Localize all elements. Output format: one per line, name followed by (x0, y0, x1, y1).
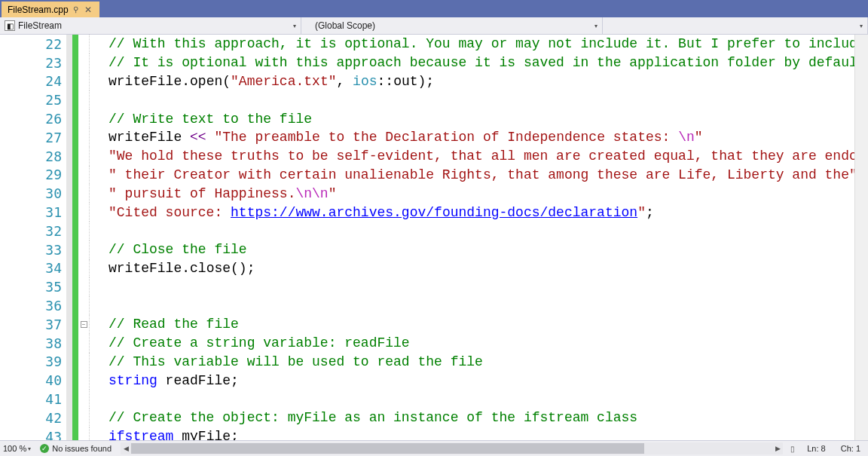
breakpoint-gutter[interactable] (66, 54, 72, 72)
breakpoint-gutter[interactable] (66, 166, 72, 185)
fold-gutter[interactable]: − (78, 315, 89, 334)
breakpoint-gutter[interactable] (66, 353, 72, 372)
fold-gutter[interactable] (78, 240, 89, 259)
breakpoint-gutter[interactable] (66, 240, 72, 259)
split-icon[interactable]: ▯ (786, 445, 799, 453)
code-text[interactable]: "We hold these truths to be self-evident… (108, 148, 868, 164)
fold-gutter[interactable] (78, 296, 89, 315)
breakpoint-gutter[interactable] (66, 147, 72, 166)
code-line[interactable]: 26// Write text to the file (0, 109, 868, 128)
code-text[interactable]: // It is optional with this approach bec… (108, 55, 866, 70)
breakpoint-gutter[interactable] (66, 128, 72, 147)
fold-gutter[interactable] (78, 72, 89, 91)
code-text[interactable]: string readFile; (108, 373, 239, 388)
code-line[interactable]: 43ifstream myFile; (0, 427, 868, 440)
code-text[interactable]: // Write text to the file (108, 112, 312, 127)
code-text[interactable]: // Create the object: myFile as an insta… (108, 410, 637, 425)
fold-gutter[interactable] (78, 259, 89, 278)
code-line[interactable]: 30 " pursuit of Happiness.\n\n" (0, 184, 868, 203)
code-text[interactable]: " pursuit of Happiness.\n\n" (108, 186, 336, 201)
code-line[interactable]: 28 "We hold these truths to be self-evid… (0, 147, 868, 166)
code-text[interactable]: // Close the file (108, 242, 247, 257)
code-line[interactable]: 27writeFile << "The preamble to the Decl… (0, 128, 868, 147)
code-line[interactable]: 37−// Read the file (0, 315, 868, 334)
fold-gutter[interactable] (78, 427, 89, 440)
code-text[interactable]: writeFile.open("America.txt", ios::out); (108, 74, 434, 89)
code-text[interactable]: "Cited source: https://www.archives.gov/… (108, 205, 654, 220)
scroll-thumb[interactable] (131, 443, 644, 454)
member-dropdown[interactable]: ▾ (603, 17, 868, 34)
code-text[interactable]: ifstream myFile; (108, 429, 239, 440)
code-line[interactable]: 41 (0, 390, 868, 409)
breakpoint-gutter[interactable] (66, 390, 72, 409)
breakpoint-gutter[interactable] (66, 222, 72, 240)
breakpoint-gutter[interactable] (66, 203, 72, 222)
code-line[interactable]: 23// It is optional with this approach b… (0, 54, 868, 72)
code-line[interactable]: 42// Create the object: myFile as an ins… (0, 409, 868, 427)
tab-filestream[interactable]: FileStream.cpp ⚲ ✕ (2, 2, 99, 17)
code-line[interactable]: 33// Close the file (0, 240, 868, 259)
code-line[interactable]: 31 "Cited source: https://www.archives.g… (0, 203, 868, 222)
fold-gutter[interactable] (78, 166, 89, 185)
breakpoint-gutter[interactable] (66, 427, 72, 440)
breakpoint-gutter[interactable] (66, 72, 72, 91)
breakpoint-gutter[interactable] (66, 409, 72, 427)
fold-gutter[interactable] (78, 147, 89, 166)
code-editor[interactable]: 22// With this approach, it is optional.… (0, 35, 868, 440)
fold-gutter[interactable] (78, 184, 89, 203)
code-line[interactable]: 40string readFile; (0, 371, 868, 390)
fold-gutter[interactable] (78, 90, 89, 109)
code-text[interactable]: // Create a string variable: readFile (108, 335, 410, 350)
fold-gutter[interactable] (78, 371, 89, 390)
indent-guide (89, 240, 108, 259)
fold-gutter[interactable] (78, 277, 89, 296)
code-line[interactable]: 35 (0, 277, 868, 296)
code-line[interactable]: 36 (0, 296, 868, 315)
fold-gutter[interactable] (78, 334, 89, 353)
code-text[interactable]: writeFile.close(); (108, 261, 255, 276)
fold-gutter[interactable] (78, 109, 89, 128)
scroll-left-icon[interactable]: ◀ (121, 445, 131, 452)
fold-gutter[interactable] (78, 128, 89, 147)
code-line[interactable]: 34writeFile.close(); (0, 259, 868, 278)
code-line[interactable]: 24writeFile.open("America.txt", ios::out… (0, 72, 868, 91)
scope-dropdown[interactable]: (Global Scope) ▾ (301, 17, 603, 34)
code-text[interactable]: " their Creator with certain unalienable… (108, 167, 857, 182)
fold-gutter[interactable] (78, 35, 89, 54)
code-text[interactable]: writeFile << "The preamble to the Declar… (108, 130, 703, 145)
breakpoint-gutter[interactable] (66, 35, 72, 54)
breakpoint-gutter[interactable] (66, 371, 72, 390)
code-line[interactable]: 39// This variable will be used to read … (0, 353, 868, 372)
breakpoint-gutter[interactable] (66, 184, 72, 203)
breakpoint-gutter[interactable] (66, 109, 72, 128)
zoom-control[interactable]: 100 % ▾ (0, 444, 34, 453)
fold-gutter[interactable] (78, 54, 89, 72)
code-line[interactable]: 22// With this approach, it is optional.… (0, 35, 868, 54)
class-dropdown[interactable]: ◧ FileStream ▾ (0, 17, 301, 34)
issues-status[interactable]: ✓ No issues found (34, 444, 118, 453)
breakpoint-gutter[interactable] (66, 259, 72, 278)
code-line[interactable]: 38// Create a string variable: readFile (0, 334, 868, 353)
code-line[interactable]: 29 " their Creator with certain unaliena… (0, 166, 868, 185)
code-line[interactable]: 32 (0, 222, 868, 240)
fold-gutter[interactable] (78, 353, 89, 372)
fold-gutter[interactable] (78, 203, 89, 222)
breakpoint-gutter[interactable] (66, 277, 72, 296)
breakpoint-gutter[interactable] (66, 90, 72, 109)
code-text[interactable]: // Read the file (108, 317, 239, 332)
breakpoint-gutter[interactable] (66, 334, 72, 353)
code-text[interactable]: // With this approach, it is optional. Y… (108, 36, 868, 51)
horizontal-scrollbar[interactable]: ◀ ▶ (121, 442, 783, 454)
code-text[interactable]: // This variable will be used to read th… (108, 354, 483, 369)
scroll-right-icon[interactable]: ▶ (772, 445, 783, 452)
code-line[interactable]: 25 (0, 90, 868, 109)
fold-toggle-icon[interactable]: − (81, 321, 87, 328)
pin-icon[interactable]: ⚲ (73, 5, 78, 14)
fold-gutter[interactable] (78, 409, 89, 427)
vertical-scrollbar[interactable] (854, 35, 868, 440)
fold-gutter[interactable] (78, 390, 89, 409)
close-icon[interactable]: ✕ (83, 5, 93, 15)
breakpoint-gutter[interactable] (66, 315, 72, 334)
fold-gutter[interactable] (78, 222, 89, 240)
breakpoint-gutter[interactable] (66, 296, 72, 315)
